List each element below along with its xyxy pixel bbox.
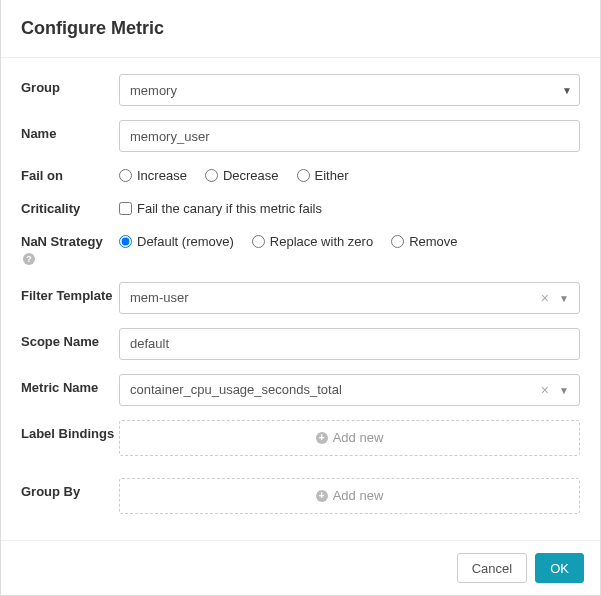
fail-on-either-radio[interactable] — [297, 169, 310, 182]
fail-on-either-option[interactable]: Either — [297, 168, 349, 183]
nan-replace-radio[interactable] — [252, 235, 265, 248]
label-group-by: Group By — [21, 478, 119, 501]
chevron-down-icon: ▼ — [559, 384, 569, 395]
fail-on-increase-label: Increase — [137, 168, 187, 183]
criticality-row: Fail the canary if this metric fails — [119, 199, 580, 216]
plus-circle-icon: + — [316, 490, 328, 502]
scope-name-input[interactable] — [119, 328, 580, 360]
label-group: Group — [21, 74, 119, 97]
nan-remove-label: Remove — [409, 234, 457, 249]
label-name: Name — [21, 120, 119, 143]
nan-remove-option[interactable]: Remove — [391, 234, 457, 249]
label-scope-name: Scope Name — [21, 328, 119, 351]
label-criticality: Criticality — [21, 199, 119, 218]
group-select-value: memory — [130, 83, 177, 98]
nan-replace-label: Replace with zero — [270, 234, 373, 249]
fail-on-either-label: Either — [315, 168, 349, 183]
add-new-label: Add new — [333, 488, 384, 503]
add-label-binding-button[interactable]: + Add new — [119, 420, 580, 456]
nan-strategy-radios: Default (remove) Replace with zero Remov… — [119, 232, 580, 249]
nan-replace-option[interactable]: Replace with zero — [252, 234, 373, 249]
metric-name-value: container_cpu_usage_seconds_total — [130, 382, 342, 397]
clear-icon[interactable]: × — [541, 383, 549, 397]
fail-on-decrease-option[interactable]: Decrease — [205, 168, 279, 183]
add-group-by-button[interactable]: + Add new — [119, 478, 580, 514]
help-icon[interactable]: ? — [23, 253, 35, 265]
dialog-footer: Cancel OK — [1, 540, 600, 595]
chevron-down-icon: ▼ — [559, 292, 569, 303]
filter-template-combo[interactable]: mem-user × ▼ — [119, 282, 580, 314]
label-label-bindings: Label Bindings — [21, 420, 119, 443]
nan-default-label: Default (remove) — [137, 234, 234, 249]
metric-name-combo[interactable]: container_cpu_usage_seconds_total × ▼ — [119, 374, 580, 406]
ok-button[interactable]: OK — [535, 553, 584, 583]
dialog-title: Configure Metric — [21, 18, 580, 39]
fail-on-radios: Increase Decrease Either — [119, 166, 580, 183]
fail-on-decrease-label: Decrease — [223, 168, 279, 183]
fail-on-increase-option[interactable]: Increase — [119, 168, 187, 183]
criticality-checkbox[interactable] — [119, 202, 132, 215]
label-fail-on: Fail on — [21, 166, 119, 185]
group-select[interactable]: memory — [119, 74, 580, 106]
nan-default-radio[interactable] — [119, 235, 132, 248]
fail-on-increase-radio[interactable] — [119, 169, 132, 182]
add-new-label: Add new — [333, 430, 384, 445]
filter-template-value: mem-user — [130, 290, 189, 305]
plus-circle-icon: + — [316, 432, 328, 444]
name-input[interactable] — [119, 120, 580, 152]
label-filter-template: Filter Template — [21, 282, 119, 305]
nan-remove-radio[interactable] — [391, 235, 404, 248]
criticality-label: Fail the canary if this metric fails — [137, 201, 322, 216]
label-nan-strategy: NaN Strategy ? — [21, 232, 119, 268]
cancel-button[interactable]: Cancel — [457, 553, 527, 583]
configure-metric-form: Group memory ▼ Name Fail on Increase — [1, 58, 600, 548]
nan-default-option[interactable]: Default (remove) — [119, 234, 234, 249]
dialog-header: Configure Metric — [1, 0, 600, 58]
criticality-option[interactable]: Fail the canary if this metric fails — [119, 201, 322, 216]
label-metric-name: Metric Name — [21, 374, 119, 397]
fail-on-decrease-radio[interactable] — [205, 169, 218, 182]
clear-icon[interactable]: × — [541, 291, 549, 305]
